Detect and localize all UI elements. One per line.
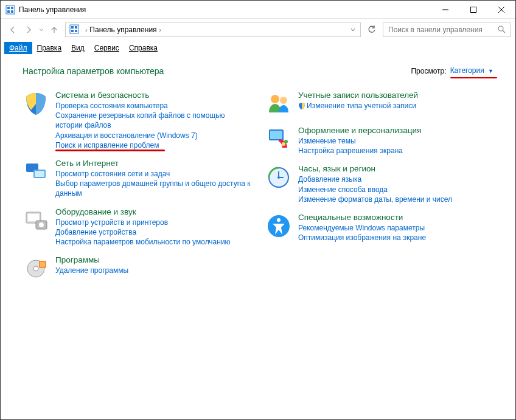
category-link[interactable]: Добавление языка	[298, 174, 452, 184]
access-icon	[265, 213, 292, 239]
category-link[interactable]: Изменение типа учетной записи	[298, 101, 418, 111]
category-link[interactable]: Удаление программы	[55, 266, 128, 275]
svg-rect-12	[71, 30, 74, 32]
viewby-label: Просмотр:	[411, 67, 446, 75]
search-icon	[498, 26, 506, 34]
programs-icon	[23, 255, 49, 282]
clock-icon	[265, 164, 292, 191]
address-bar[interactable]: › Панель управления ›	[65, 22, 361, 37]
appearance-icon	[265, 126, 292, 153]
category: Система и безопасностьПроверка состояния…	[23, 91, 251, 150]
window: Панель управления	[0, 0, 516, 420]
svg-line-15	[503, 30, 505, 33]
left-column: Система и безопасностьПроверка состояния…	[23, 91, 251, 291]
category-link[interactable]: Изменение способа ввода	[298, 185, 452, 195]
users-icon	[265, 91, 292, 117]
category-link[interactable]: Добавление устройства	[55, 227, 231, 237]
category-link[interactable]: Оптимизация изображения на экране	[298, 233, 426, 243]
category-body: Учетные записи пользователейИзменение ти…	[298, 91, 418, 117]
content-area: Настройка параметров компьютера Просмотр…	[1, 55, 515, 419]
category-body: Сеть и ИнтернетПросмотр состояния сети и…	[55, 159, 251, 199]
category-title[interactable]: Программы	[55, 255, 128, 264]
category-title[interactable]: Учетные записи пользователей	[298, 91, 418, 100]
back-button[interactable]	[5, 22, 20, 37]
category-link[interactable]: Поиск и исправление проблем	[55, 140, 251, 150]
hardware-icon	[23, 207, 49, 234]
recent-dropdown[interactable]	[37, 22, 46, 37]
control-panel-icon	[69, 24, 80, 35]
category: Сеть и ИнтернетПросмотр состояния сети и…	[23, 159, 251, 199]
menubar: Файл Правка Вид Сервис Справка	[1, 41, 515, 55]
breadcrumb-item[interactable]: Панель управления	[89, 26, 156, 34]
breadcrumb-sep-icon: ›	[85, 27, 87, 33]
category-link[interactable]: Проверка состояния компьютера	[55, 101, 251, 111]
minimize-button[interactable]	[431, 1, 459, 19]
category: Оформление и персонализацияИзменение тем…	[265, 126, 493, 156]
svg-rect-3	[7, 10, 10, 13]
close-button[interactable]	[487, 1, 515, 19]
page-title: Настройка параметров компьютера	[23, 66, 411, 76]
category-title[interactable]: Специальные возможности	[298, 213, 426, 222]
svg-rect-13	[75, 30, 77, 32]
viewby-value: Категория	[450, 66, 484, 75]
svg-rect-10	[71, 26, 74, 29]
up-button[interactable]	[47, 22, 61, 37]
category: Часы, язык и регионДобавление языкаИзмен…	[265, 164, 493, 204]
annotation-underline	[55, 150, 165, 151]
svg-rect-2	[11, 7, 13, 9]
address-dropdown-icon[interactable]	[347, 27, 359, 33]
breadcrumb-sep-icon: ›	[159, 27, 161, 33]
category: Оборудование и звукПросмотр устройств и …	[23, 207, 251, 247]
category-title[interactable]: Система и безопасность	[55, 91, 251, 100]
category: ПрограммыУдаление программы	[23, 255, 251, 282]
content-header: Настройка параметров компьютера Просмотр…	[23, 66, 493, 76]
svg-rect-11	[75, 26, 77, 29]
network-icon	[23, 159, 49, 185]
category-link[interactable]: Изменение форматов даты, времени и чисел	[298, 195, 452, 204]
svg-point-14	[498, 26, 503, 31]
menu-view[interactable]: Вид	[66, 42, 89, 54]
category-body: ПрограммыУдаление программы	[55, 255, 128, 282]
category-body: Часы, язык и регионДобавление языкаИзмен…	[298, 164, 452, 204]
category: Специальные возможностиРекомендуемые Win…	[265, 213, 493, 243]
category-link[interactable]: Изменение темы	[298, 136, 421, 146]
category-link[interactable]: Архивация и восстановление (Windows 7)	[55, 131, 251, 140]
category-body: Система и безопасностьПроверка состояния…	[55, 91, 251, 150]
navbar: › Панель управления ›	[1, 19, 515, 41]
category-link[interactable]: Рекомендуемые Windows параметры	[298, 223, 426, 233]
category-title[interactable]: Часы, язык и регион	[298, 164, 452, 173]
category-link[interactable]: Настройка параметров мобильности по умол…	[55, 237, 231, 247]
search-box[interactable]	[383, 22, 511, 37]
menu-file[interactable]: Файл	[4, 42, 32, 54]
svg-rect-6	[471, 7, 476, 12]
category: Учетные записи пользователейИзменение ти…	[265, 91, 493, 117]
search-input[interactable]	[387, 25, 498, 35]
category-link[interactable]: Настройка разрешения экрана	[298, 146, 421, 156]
category-title[interactable]: Оформление и персонализация	[298, 126, 421, 135]
titlebar: Панель управления	[1, 1, 515, 19]
menu-help[interactable]: Справка	[124, 42, 162, 54]
annotation-underline	[450, 77, 497, 79]
category-body: Специальные возможностиРекомендуемые Win…	[298, 213, 426, 243]
category-link[interactable]: Просмотр состояния сети и задач	[55, 169, 251, 179]
refresh-button[interactable]	[364, 22, 379, 37]
forward-button[interactable]	[21, 22, 36, 37]
maximize-button[interactable]	[459, 1, 487, 19]
menu-tools[interactable]: Сервис	[89, 42, 124, 54]
category-title[interactable]: Сеть и Интернет	[55, 159, 251, 168]
svg-rect-1	[7, 7, 10, 9]
category-body: Оформление и персонализацияИзменение тем…	[298, 126, 421, 156]
chevron-down-icon: ▼	[488, 68, 493, 74]
right-column: Учетные записи пользователейИзменение ти…	[265, 91, 493, 291]
control-panel-icon	[5, 5, 15, 15]
shield-icon	[23, 91, 49, 117]
viewby-dropdown[interactable]: Категория ▼	[450, 66, 493, 76]
category-body: Оборудование и звукПросмотр устройств и …	[55, 207, 231, 247]
svg-rect-4	[11, 10, 13, 13]
category-link[interactable]: Выбор параметров домашней группы и общег…	[55, 179, 251, 198]
category-title[interactable]: Оборудование и звук	[55, 207, 231, 216]
category-link[interactable]: Сохранение резервных копий файлов с помо…	[55, 111, 251, 130]
window-title: Панель управления	[19, 5, 431, 14]
menu-edit[interactable]: Правка	[32, 42, 67, 54]
category-link[interactable]: Просмотр устройств и принтеров	[55, 218, 231, 227]
